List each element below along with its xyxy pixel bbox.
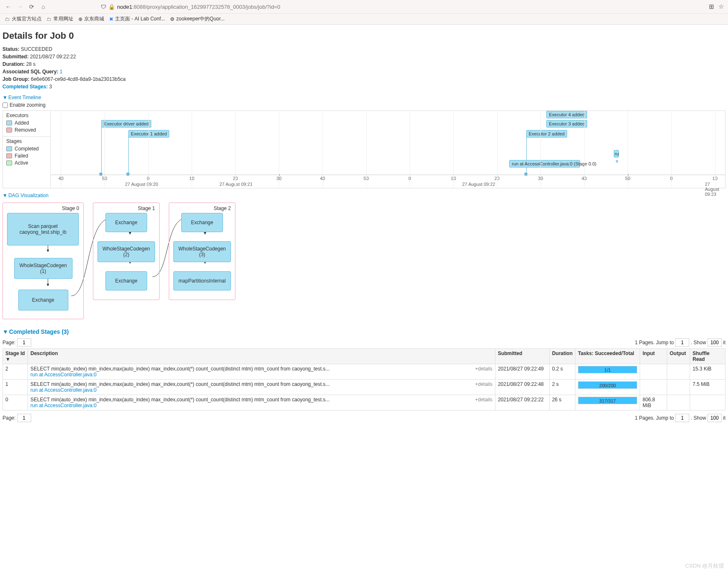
dag-op[interactable]: WholeStageCodegen (2) [98, 241, 155, 262]
lock-icon: 🔒 [108, 4, 115, 10]
dag-op[interactable]: Exchange [105, 271, 147, 290]
url-bar[interactable]: 🛡 🔒 node1 :8088/proxy/application_162997… [101, 4, 709, 10]
stage-run-link[interactable]: run at AccessController.java:0 [30, 387, 97, 393]
pager-top: Page: 1 Pages. Jump to . Show it [3, 338, 725, 347]
show-input[interactable] [708, 414, 722, 422]
timeline-event[interactable]: Executor 4 added [546, 111, 587, 118]
bookmark-item[interactable]: 🗀常用网址 [47, 15, 73, 23]
page-title: Details for Job 0 [3, 30, 725, 41]
col-duration[interactable]: Duration [549, 349, 575, 364]
completed-stages-link[interactable]: Completed Stages: [3, 84, 48, 90]
dag-op[interactable]: WholeStageCodegen (1) [14, 258, 73, 279]
jump-input[interactable] [675, 414, 689, 422]
show-input[interactable] [708, 338, 722, 347]
dag-stage-0[interactable]: Stage 0 Scan parquet caoyong_test.ship_i… [3, 203, 84, 319]
col-stage-id[interactable]: Stage Id ▼ [3, 349, 28, 364]
timeline-event[interactable]: Executor 2 added [526, 130, 567, 138]
pager-bottom: Page: 1 Pages. Jump to . Show it [3, 414, 725, 422]
details-toggle[interactable]: +details [475, 366, 493, 372]
col-description[interactable]: Description [28, 349, 495, 364]
timeline-stage[interactable]: ru [614, 150, 619, 158]
completed-swatch [6, 146, 12, 151]
dag-op[interactable]: Exchange [181, 213, 223, 232]
task-progress: 317/317 [578, 397, 637, 404]
url-path: :8088/proxy/application_1629977232578_00… [132, 4, 280, 10]
col-shuffle-read[interactable]: Shuffle Read [690, 349, 725, 364]
folder-icon: 🗀 [5, 16, 10, 22]
task-progress: 200/200 [578, 381, 637, 389]
col-output[interactable]: Output [667, 349, 690, 364]
caret-down-icon: ▼ [3, 95, 8, 100]
dag-op[interactable]: Exchange [18, 290, 68, 310]
col-submitted[interactable]: Submitted [495, 349, 549, 364]
enable-zooming-checkbox[interactable] [3, 103, 8, 108]
timeline-event[interactable]: Executor 1 added [128, 130, 169, 138]
completed-stages-toggle[interactable]: ▼Completed Stages (3) [3, 328, 69, 335]
event-timeline-toggle[interactable]: ▼Event Timeline [3, 95, 41, 100]
dag-op[interactable]: Exchange [105, 213, 147, 232]
caret-down-icon: ▼ [3, 193, 8, 198]
confluence-icon: ✖ [109, 16, 113, 22]
timeline-event[interactable]: Executor 3 added [546, 120, 587, 128]
stages-table: Stage Id ▼ Description Submitted Duratio… [3, 348, 725, 410]
globe-icon: ⊕ [78, 16, 83, 22]
reload-icon[interactable]: ⟳ [28, 3, 36, 11]
timeline-event[interactable]: Executor driver added [101, 120, 151, 128]
dag-visualization: Stage 0 Scan parquet caoyong_test.ship_i… [3, 203, 725, 319]
table-row: 0SELECT min(auto_index) min_index,max(au… [3, 395, 725, 410]
page-input[interactable] [17, 338, 31, 347]
stage-run-link[interactable]: run at AccessController.java:0 [30, 403, 97, 408]
active-swatch [6, 160, 12, 165]
url-host: node1 [117, 4, 132, 10]
caret-down-icon: ▼ [3, 328, 8, 335]
bookmark-item[interactable]: ⊕京东商城 [78, 15, 104, 23]
job-metadata: Status: SUCCEEDED Submitted: 2021/08/27 … [3, 45, 725, 90]
bookmark-item[interactable]: ⚙zookeeper中的Quor... [170, 15, 225, 23]
bookmark-item[interactable]: 🗀火狐官方站点 [5, 15, 42, 23]
folder-icon: 🗀 [47, 16, 52, 22]
failed-swatch [6, 153, 12, 158]
qr-icon[interactable]: ⊞ [709, 3, 714, 10]
table-row: 1SELECT min(auto_index) min_index,max(au… [3, 380, 725, 395]
browser-chrome: ← → ⟳ ⌂ 🛡 🔒 node1 :8088/proxy/applicatio… [0, 0, 728, 14]
timeline-stage[interactable]: run at AccessController.java:0 (Stage 0.… [509, 160, 580, 168]
stage-run-link[interactable]: run at AccessController.java:0 [30, 372, 97, 378]
dag-stage-1[interactable]: Stage 1 Exchange WholeStageCodegen (2) E… [93, 203, 160, 300]
star-icon[interactable]: ☆ [718, 3, 724, 10]
dag-op[interactable]: Scan parquet caoyong_test.ship_ib [7, 213, 79, 245]
forward-icon[interactable]: → [16, 3, 24, 11]
jump-input[interactable] [675, 338, 689, 347]
dag-viz-toggle[interactable]: ▼DAG Visualization [3, 193, 48, 198]
table-row: 2SELECT min(auto_index) min_index,max(au… [3, 364, 725, 380]
page-input[interactable] [17, 414, 31, 422]
zookeeper-icon: ⚙ [170, 16, 175, 22]
details-toggle[interactable]: +details [475, 381, 493, 387]
timeline: Executors Added Removed Stages Completed… [3, 110, 725, 188]
bookmark-item[interactable]: ✖主页面 - AI Lab Conf... [109, 15, 165, 23]
timeline-stage[interactable] [616, 160, 618, 163]
sql-query-link[interactable]: 1 [60, 69, 63, 75]
shield-icon: 🛡 [101, 4, 106, 10]
removed-swatch [6, 128, 12, 133]
added-swatch [6, 120, 12, 125]
dag-op[interactable]: WholeStageCodegen (3) [173, 241, 231, 262]
bookmarks-bar: 🗀火狐官方站点 🗀常用网址 ⊕京东商城 ✖主页面 - AI Lab Conf..… [0, 14, 728, 25]
dag-stage-2[interactable]: Stage 2 Exchange WholeStageCodegen (3) m… [169, 203, 235, 300]
task-progress: 1/1 [578, 366, 637, 373]
home-icon[interactable]: ⌂ [39, 3, 48, 11]
dag-op[interactable]: mapPartitionsInternal [173, 271, 231, 290]
back-icon[interactable]: ← [4, 3, 13, 11]
col-input[interactable]: Input [640, 349, 667, 364]
details-toggle[interactable]: +details [475, 397, 493, 403]
col-tasks[interactable]: Tasks: Succeeded/Total [575, 349, 640, 364]
